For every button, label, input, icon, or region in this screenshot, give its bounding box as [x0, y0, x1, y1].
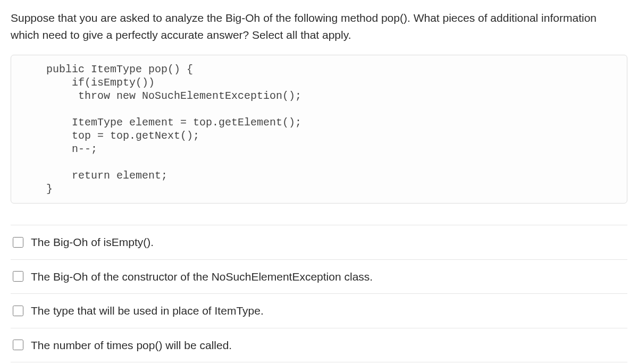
option-2[interactable]: The type that will be used in place of I… [11, 294, 627, 328]
options-list: The Big-Oh of isEmpty(). The Big-Oh of t… [11, 225, 627, 362]
option-2-checkbox[interactable] [13, 306, 23, 316]
code-snippet: public ItemType pop() { if(isEmpty()) th… [11, 55, 627, 204]
option-0[interactable]: The Big-Oh of isEmpty(). [11, 225, 627, 260]
option-3-label: The number of times pop() will be called… [31, 337, 625, 354]
option-1-label: The Big-Oh of the constructor of the NoS… [31, 268, 625, 285]
option-3[interactable]: The number of times pop() will be called… [11, 328, 627, 363]
question-prompt: Suppose that you are asked to analyze th… [11, 10, 627, 43]
option-0-checkbox[interactable] [13, 237, 23, 248]
option-2-label: The type that will be used in place of I… [31, 302, 625, 319]
option-3-checkbox[interactable] [13, 340, 23, 350]
option-1-checkbox[interactable] [13, 271, 23, 282]
option-0-label: The Big-Oh of isEmpty(). [31, 234, 625, 251]
option-1[interactable]: The Big-Oh of the constructor of the NoS… [11, 260, 627, 294]
